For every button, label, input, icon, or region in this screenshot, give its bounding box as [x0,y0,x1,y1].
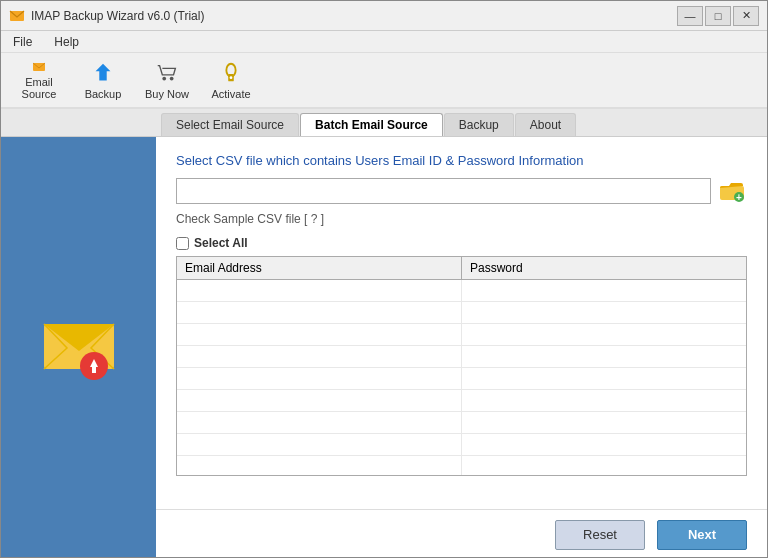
title-bar: IMAP Backup Wizard v6.0 (Trial) — □ ✕ [1,1,767,31]
activate-icon [217,60,245,86]
email-source-button[interactable]: Email Source [9,56,69,104]
backup-button[interactable]: Backup [73,56,133,104]
svg-rect-12 [92,367,96,373]
svg-point-3 [162,77,166,81]
title-bar-controls: — □ ✕ [677,6,759,26]
backup-icon [89,60,117,86]
backup-label: Backup [85,88,122,100]
table-header: Email Address Password [177,257,746,280]
tab-batch-email-source[interactable]: Batch Email Source [300,113,443,136]
table-row [177,390,746,412]
menu-bar: File Help [1,31,767,53]
svg-point-4 [170,77,174,81]
data-table-wrapper: Email Address Password [176,256,747,476]
envelope-svg [39,316,119,381]
app-icon [9,8,25,24]
select-all-label: Select All [194,236,248,250]
close-button[interactable]: ✕ [733,6,759,26]
reset-button[interactable]: Reset [555,520,645,550]
col-password: Password [462,257,746,279]
table-row [177,346,746,368]
col-email-address: Email Address [177,257,462,279]
browse-button[interactable]: + [717,178,747,204]
table-row [177,324,746,346]
svg-point-7 [230,76,233,79]
sample-link-text: Check Sample CSV file [176,212,301,226]
envelope-icon-container [39,316,119,381]
select-all-row: Select All [176,236,747,250]
menu-file[interactable]: File [7,33,38,51]
table-row [177,368,746,390]
tab-backup[interactable]: Backup [444,113,514,136]
table-rows [177,280,746,475]
csv-row: + [176,178,747,204]
next-button[interactable]: Next [657,520,747,550]
tab-select-email-source[interactable]: Select Email Source [161,113,299,136]
table-row [177,280,746,302]
table-row [177,302,746,324]
activate-button[interactable]: Activate [201,56,261,104]
select-all-checkbox[interactable] [176,237,189,250]
maximize-button[interactable]: □ [705,6,731,26]
table-row [177,434,746,456]
minimize-button[interactable]: — [677,6,703,26]
toolbar: Email Source Backup Buy Now Activate [1,53,767,109]
title-bar-left: IMAP Backup Wizard v6.0 (Trial) [9,8,204,24]
folder-icon: + [719,179,745,203]
buy-now-label: Buy Now [145,88,189,100]
svg-marker-2 [96,64,111,81]
content-title: Select CSV file which contains Users Ema… [176,153,747,168]
main-layout: Select CSV file which contains Users Ema… [1,137,767,558]
app-title: IMAP Backup Wizard v6.0 (Trial) [31,9,204,23]
buy-now-button[interactable]: Buy Now [137,56,197,104]
email-source-label: Email Source [13,76,65,100]
svg-text:+: + [736,192,742,203]
activate-label: Activate [211,88,250,100]
buy-now-icon [153,60,181,86]
sidebar [1,137,156,558]
csv-file-input[interactable] [176,178,711,204]
menu-help[interactable]: Help [48,33,85,51]
table-row [177,456,746,475]
table-row [177,412,746,434]
tab-about[interactable]: About [515,113,576,136]
bottom-bar: Reset Next [156,509,767,558]
tab-bar: Select Email Source Batch Email Source B… [1,109,767,137]
sample-help-text: [ ? ] [304,212,324,226]
sample-csv-link[interactable]: Check Sample CSV file [ ? ] [176,212,747,226]
content-area: Select CSV file which contains Users Ema… [156,137,767,558]
email-source-icon [25,60,53,74]
